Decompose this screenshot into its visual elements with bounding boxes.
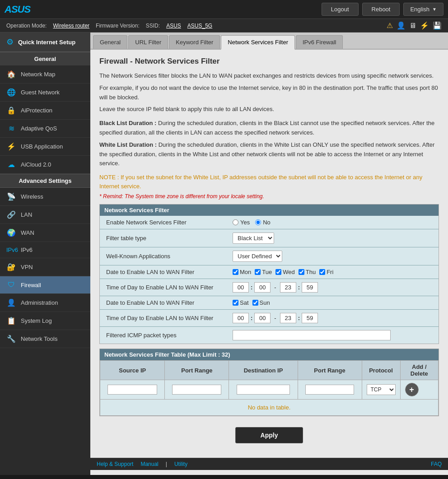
sidebar-item-label: LAN: [21, 211, 32, 218]
cb-wed[interactable]: [275, 269, 281, 275]
logout-button[interactable]: Logout: [322, 3, 359, 16]
sidebar-item-usb-application[interactable]: ⚡ USB Application: [0, 138, 90, 156]
asus-logo: ASUS: [5, 4, 30, 15]
note-red: * Remind: The System time zone is differ…: [99, 193, 439, 200]
whitelist-desc: White List Duration : During the schedul…: [99, 140, 439, 168]
sidebar-item-label: Adaptive QoS: [21, 125, 57, 132]
input-port-range-2[interactable]: [305, 385, 355, 395]
sidebar-item-label: Wireless: [21, 193, 43, 200]
operation-mode-value[interactable]: Wireless router: [53, 23, 89, 29]
sidebar-item-wan[interactable]: 🌍 WAN: [0, 224, 90, 242]
radio-no-label[interactable]: No: [255, 219, 271, 226]
cb-tue-label[interactable]: Tue: [255, 269, 272, 275]
cb-thu-label[interactable]: Thu: [299, 269, 316, 275]
cell-source-ip: [100, 380, 165, 400]
cloud-icon: ☁: [6, 160, 16, 169]
time-end-h[interactable]: [280, 282, 296, 293]
sidebar-item-aicloud[interactable]: ☁ AiCloud 2.0: [0, 156, 90, 174]
col-dest-ip: Destination IP: [229, 361, 298, 380]
filter-label-icmp: Filtered ICMP packet types: [106, 332, 233, 339]
monitor-icon: 🖥: [409, 22, 416, 30]
sidebar-item-label: AiProtection: [21, 107, 52, 114]
sidebar-item-adaptive-qos[interactable]: ≋ Adaptive QoS: [0, 120, 90, 138]
home-icon: 🏠: [6, 70, 16, 79]
input-source-ip[interactable]: [107, 385, 157, 395]
icmp-input[interactable]: [233, 330, 391, 340]
apply-button[interactable]: Apply: [235, 427, 303, 443]
sidebar-item-vpn[interactable]: 🔐 VPN: [0, 258, 90, 276]
vpn-icon: 🔐: [6, 263, 16, 271]
manual-link[interactable]: Manual: [140, 461, 158, 467]
tab-network-services-filter[interactable]: Network Services Filter: [221, 35, 295, 50]
sidebar-item-label: AiCloud 2.0: [21, 161, 51, 168]
ssid-value1[interactable]: ASUS: [166, 23, 181, 29]
advanced-section-header: Advanced Settings: [0, 174, 90, 188]
operation-mode-label: Operation Mode:: [6, 23, 47, 29]
cb-sun[interactable]: [252, 300, 258, 306]
add-row-button[interactable]: +: [405, 383, 419, 396]
sidebar-item-label: Guest Network: [21, 89, 60, 96]
sidebar-item-network-map[interactable]: 🏠 Network Map: [0, 65, 90, 84]
sidebar-item-network-tools[interactable]: 🔧 Network Tools: [0, 330, 90, 348]
tab-ipv6-firewall[interactable]: IPv6 Firewall: [296, 35, 343, 49]
sidebar-item-firewall[interactable]: 🛡 Firewall: [0, 276, 90, 294]
filter-table-type-select[interactable]: Black List White List: [233, 233, 274, 244]
radio-yes[interactable]: [233, 219, 238, 225]
sidebar-item-system-log[interactable]: 📋 System Log: [0, 312, 90, 330]
tab-url-filter[interactable]: URL Filter: [128, 35, 168, 49]
sidebar-item-administration[interactable]: 👤 Administration: [0, 294, 90, 312]
cb-sun-label[interactable]: Sun: [252, 299, 270, 306]
filter-control-date-weekend: Sat Sun: [233, 299, 432, 306]
cb-tue[interactable]: [255, 269, 261, 275]
cb-mon-label[interactable]: Mon: [233, 269, 251, 275]
tab-keyword-filter[interactable]: Keyword Filter: [169, 35, 220, 49]
footer: Help & Support Manual | Utility FAQ: [90, 458, 448, 470]
cb-mon[interactable]: [233, 269, 238, 275]
note-yellow: NOTE : If you set the subnet for the Whi…: [99, 173, 439, 191]
proto-select-wrap: TCP UDP BOTH: [367, 384, 396, 395]
sidebar-item-label: System Log: [21, 317, 52, 324]
time2-start-h[interactable]: [233, 313, 249, 323]
cb-sat-label[interactable]: Sat: [233, 299, 249, 306]
time2-start-m[interactable]: [254, 313, 271, 323]
cb-sat[interactable]: [233, 300, 238, 306]
tab-general[interactable]: General: [93, 35, 127, 49]
desc2: For example, if you do not want the devi…: [99, 84, 439, 102]
cb-fri-label[interactable]: Fri: [319, 269, 333, 275]
time2-end-h[interactable]: [280, 313, 296, 323]
sidebar-item-aiprotection[interactable]: 🔒 AiProtection: [0, 102, 90, 120]
cb-fri[interactable]: [319, 269, 325, 275]
ipv6-icon: IPv6: [6, 246, 16, 253]
sidebar-item-wireless[interactable]: 📡 Wireless: [0, 188, 90, 206]
filter-label-time-weekend: Time of Day to Enable LAN to WAN Filter: [106, 315, 233, 321]
sidebar-item-lan[interactable]: 🔗 LAN: [0, 206, 90, 224]
well-known-apps-select[interactable]: User Defined HTTP FTP SMTP POP3 HTTPS: [233, 251, 282, 262]
input-port-range-1[interactable]: [172, 385, 221, 395]
cell-dest-ip: [229, 380, 298, 400]
cb-wed-label[interactable]: Wed: [275, 269, 295, 275]
filter-control-enable: Yes No: [233, 219, 432, 226]
filter-control-icmp: [233, 330, 432, 340]
utility-link[interactable]: Utility: [174, 461, 187, 467]
filter-label-well-known: Well-Known Applications: [106, 253, 233, 260]
time-end-m[interactable]: [302, 282, 318, 293]
radio-no[interactable]: [255, 219, 261, 225]
cb-thu[interactable]: [299, 269, 304, 275]
faq-link[interactable]: FAQ: [431, 461, 442, 467]
input-dest-ip[interactable]: [237, 385, 290, 395]
radio-yes-label[interactable]: Yes: [233, 219, 250, 226]
ssid-value2[interactable]: ASUS_5G: [187, 23, 212, 29]
quick-internet-setup[interactable]: ⚙ Quick Internet Setup: [0, 33, 90, 52]
time-range-sep-2: -: [274, 315, 276, 321]
time-sep-3: :: [251, 315, 252, 321]
time-start-m[interactable]: [254, 282, 271, 293]
time-start-h[interactable]: [233, 282, 249, 293]
protocol-select[interactable]: TCP UDP BOTH: [367, 384, 396, 395]
sidebar-item-ipv6[interactable]: IPv6 IPv6: [0, 242, 90, 258]
sidebar-item-guest-network[interactable]: 🌐 Guest Network: [0, 84, 90, 102]
help-support-link[interactable]: Help & Support: [97, 461, 133, 467]
footer-right: FAQ: [431, 461, 442, 467]
time2-end-m[interactable]: [302, 313, 318, 323]
language-button[interactable]: English: [403, 3, 443, 16]
reboot-button[interactable]: Reboot: [362, 3, 400, 16]
